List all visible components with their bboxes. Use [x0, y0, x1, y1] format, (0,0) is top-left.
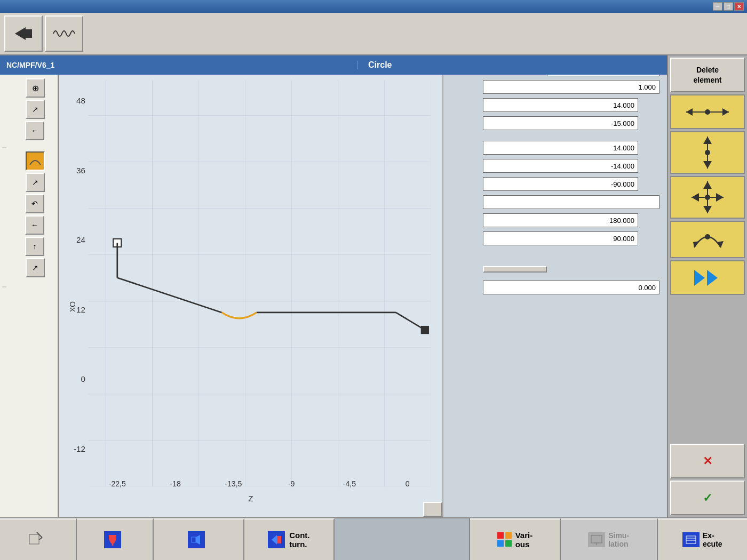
arrow-up-btn[interactable]: ↑ [25, 237, 44, 256]
cont-turn-btn[interactable]: Cont.turn. [244, 518, 335, 560]
delete-label: Deleteelement [694, 65, 722, 84]
svg-text:12: 12 [76, 305, 85, 314]
svg-marker-47 [196, 535, 200, 545]
svg-text:-18: -18 [170, 479, 181, 488]
beta1-input[interactable] [483, 213, 638, 227]
execute-label: Ex-ecute [703, 531, 722, 548]
svg-marker-21 [686, 108, 693, 116]
header-circle-title: Circle [357, 60, 402, 70]
maximize-button[interactable]: □ [724, 2, 733, 11]
r-row [451, 79, 659, 95]
svg-rect-46 [192, 537, 196, 542]
simulation-label: Simu-lation [608, 531, 629, 548]
accept-btn[interactable]: ✓ [670, 481, 745, 515]
drill-btn[interactable] [77, 518, 154, 560]
jog-toolbar-btn[interactable] [45, 15, 83, 52]
svg-marker-39 [707, 270, 718, 286]
svg-rect-1 [26, 29, 32, 38]
x-row [451, 97, 659, 113]
arrow-vertical-btn[interactable] [670, 131, 745, 174]
svg-marker-22 [722, 108, 729, 116]
svg-marker-38 [694, 270, 705, 286]
k-row [451, 158, 659, 174]
arrow-all-btn[interactable] [670, 176, 745, 219]
svg-rect-49 [277, 536, 281, 543]
edit-btn[interactable] [0, 518, 77, 560]
graph-svg: 48 36 24 12 0 -12 -22,5 -18 -13,5 -9 -4,… [59, 56, 442, 517]
simulation-btn[interactable]: Simu-lation [561, 518, 658, 560]
close-button[interactable]: ✕ [734, 2, 744, 11]
graph-area: 48 36 24 12 0 -12 -22,5 -18 -13,5 -9 -4,… [59, 55, 443, 517]
titlebar-icons: ─ □ ✕ [713, 2, 744, 11]
svg-line-41 [37, 532, 42, 538]
svg-text:24: 24 [76, 235, 85, 244]
svg-text:-13,5: -13,5 [225, 479, 242, 488]
fs-input[interactable] [483, 281, 659, 294]
svg-text:48: 48 [76, 96, 85, 105]
arrow-toolbar-btn[interactable] [4, 15, 43, 52]
svg-line-42 [39, 538, 42, 540]
arrow-left-btn-2[interactable]: ← [25, 215, 44, 235]
arc-symbol-btn[interactable] [670, 221, 745, 258]
alpha2-value[interactable] [483, 195, 659, 209]
end-label-1 [2, 147, 6, 148]
diagonal-btn-2[interactable]: ↗ [26, 173, 45, 192]
svg-rect-43 [109, 535, 116, 539]
svg-text:0: 0 [81, 375, 85, 384]
cont-turn-label: Cont.turn. [289, 531, 309, 549]
beta2-input[interactable] [483, 231, 638, 245]
arc-btn[interactable] [26, 151, 45, 171]
fs-row [451, 279, 659, 295]
x-input[interactable] [483, 98, 638, 112]
svg-text:-12: -12 [74, 444, 85, 453]
diagonal-btn-3[interactable]: ↗ [26, 258, 45, 277]
svg-marker-0 [15, 27, 26, 40]
end-label-2 [2, 286, 6, 287]
svg-text:-9: -9 [288, 479, 295, 488]
diagonal-btn-1[interactable]: ↗ [26, 100, 45, 119]
alpha1-input[interactable] [483, 177, 638, 191]
svg-text:36: 36 [76, 166, 85, 175]
turning-btn[interactable] [154, 518, 244, 560]
i-input[interactable] [483, 141, 638, 155]
various-label: Vari-ous [515, 531, 533, 549]
i-row [451, 140, 659, 156]
arc-left-btn[interactable]: ↶ [25, 194, 44, 213]
z-input[interactable] [483, 116, 638, 130]
minimize-button[interactable]: ─ [713, 2, 722, 11]
beta1-row [451, 212, 659, 228]
crosshair-btn[interactable]: ⊕ [26, 78, 45, 98]
arrow-left-btn[interactable]: ← [25, 121, 44, 140]
cham-row [451, 261, 659, 277]
action-panel: Deleteelement [667, 55, 747, 517]
svg-marker-26 [703, 161, 712, 169]
k-input[interactable] [483, 159, 638, 173]
bottom-toolbar: Cont.turn. Vari-ous Simu-lation [0, 517, 747, 560]
svg-point-23 [705, 109, 710, 115]
fast-forward-btn[interactable] [670, 260, 745, 295]
cham-button[interactable] [483, 266, 547, 273]
svg-text:XO: XO [68, 301, 77, 312]
scroll-right-btn[interactable] [423, 502, 442, 517]
execute-btn[interactable]: Ex-ecute [658, 518, 747, 560]
svg-rect-40 [29, 534, 39, 544]
svg-marker-31 [703, 206, 712, 213]
r-input[interactable] [483, 80, 659, 94]
arrow-horizontal-btn[interactable] [670, 94, 745, 129]
svg-marker-32 [692, 193, 699, 202]
svg-text:0: 0 [406, 479, 410, 488]
svg-rect-3 [88, 81, 431, 487]
delete-element-btn[interactable]: Deleteelement [670, 58, 745, 92]
svg-marker-33 [716, 193, 724, 202]
svg-text:Z: Z [248, 494, 253, 503]
svg-text:-4,5: -4,5 [343, 479, 356, 488]
svg-marker-37 [693, 241, 700, 247]
svg-marker-44 [109, 539, 116, 543]
svg-marker-25 [703, 137, 712, 144]
svg-point-35 [705, 234, 710, 239]
svg-point-27 [705, 150, 710, 155]
cancel-btn[interactable]: ✕ [670, 444, 745, 478]
various-btn[interactable]: Vari-ous [470, 518, 560, 560]
svg-rect-50 [591, 535, 602, 543]
z-row [451, 115, 659, 131]
